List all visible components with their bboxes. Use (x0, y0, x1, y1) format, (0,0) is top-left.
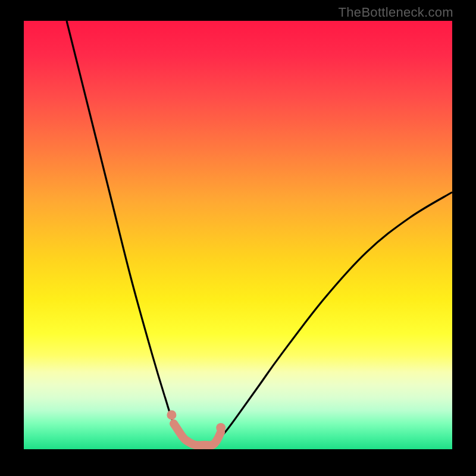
chart-frame: TheBottleneck.com (0, 0, 476, 476)
chart-svg (24, 21, 452, 449)
min-bump (212, 437, 221, 445)
curve-right (217, 192, 452, 441)
min-dot-right (216, 423, 226, 433)
min-bump (183, 437, 191, 445)
min-bump (191, 441, 199, 449)
min-dot-left (167, 410, 176, 419)
watermark-text: TheBottleneck.com (339, 5, 453, 20)
curve-left (67, 21, 187, 441)
plot-area (24, 21, 452, 449)
